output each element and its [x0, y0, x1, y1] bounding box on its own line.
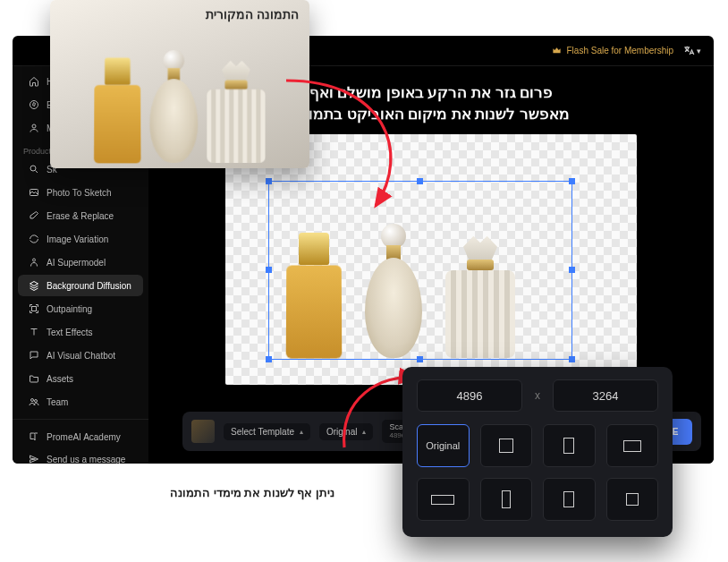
editor-heading: פרום גזר את הרקע באופן מושלם ואף מאפשר ל… [275, 66, 588, 134]
caret-up-icon: ▴ [300, 428, 303, 436]
sidebar-item-assets[interactable]: Assets [18, 368, 143, 389]
ratio-square[interactable] [480, 424, 533, 467]
svg-point-6 [31, 399, 34, 402]
wide-icon [431, 495, 454, 505]
heading-line: מאפשר לשנות את מיקום האוביקט בתמונה [292, 104, 570, 125]
heading-line: פרום גזר את הרקע באופן מושלם ואף [292, 82, 570, 104]
resize-handle[interactable] [417, 356, 423, 362]
square-icon [626, 493, 639, 506]
language-switch[interactable]: ▾ [682, 45, 701, 57]
eraser-icon [29, 210, 39, 221]
dropdown-label: Select Template [231, 427, 294, 437]
sidebar-item-label: AI Supermodel [47, 258, 106, 268]
svg-rect-5 [32, 307, 37, 311]
send-icon [29, 454, 39, 464]
resize-handle[interactable] [569, 178, 575, 184]
dimension-separator: x [535, 389, 540, 402]
text-icon [29, 327, 39, 337]
sidebar-item-label: Team [47, 397, 68, 407]
original-bottles [94, 50, 266, 163]
resize-handle[interactable] [569, 356, 575, 362]
photo-icon [29, 187, 39, 198]
template-thumbnail[interactable] [191, 420, 215, 443]
dropdown-label: Original [326, 427, 357, 437]
svg-point-0 [30, 101, 38, 109]
scale-popover: 4896 x 3264 Original [402, 367, 673, 537]
team-icon [29, 396, 39, 407]
chat-icon [29, 350, 39, 361]
sidebar-item-background-diffusion[interactable]: Background Diffusion [18, 275, 143, 296]
ratio-portrait[interactable] [543, 424, 596, 467]
svg-point-4 [33, 259, 36, 261]
resize-handle[interactable] [266, 356, 272, 362]
sidebar-item-label: Assets [47, 374, 73, 384]
tall-icon [502, 490, 511, 508]
search-icon [29, 164, 39, 175]
width-input[interactable]: 4896 [417, 379, 522, 412]
selection-box[interactable] [268, 181, 572, 360]
layers-icon [29, 280, 39, 291]
sidebar-item-label: Photo To Sketch [47, 188, 112, 198]
sidebar-item-label: AI Visual Chatbot [47, 351, 115, 361]
person-icon [29, 257, 39, 268]
sidebar-item-label: Image Variation [47, 234, 108, 244]
crown-icon [552, 46, 562, 55]
sidebar-item-text-effects[interactable]: Text Effects [18, 321, 143, 343]
portrait-icon [563, 491, 574, 507]
ratio-square-2[interactable] [606, 478, 659, 521]
landscape-icon [623, 440, 641, 452]
sidebar-item-image-variation[interactable]: Image Variation [18, 228, 143, 250]
aspect-ratio-grid: Original [417, 424, 658, 521]
refresh-icon [29, 234, 39, 244]
square-icon [499, 439, 513, 453]
svg-point-7 [35, 400, 38, 403]
resize-note: ניתן אף לשנות את מימדי התמונה [170, 486, 334, 499]
flash-sale-text: Flash Sale for Membership [567, 46, 674, 55]
folder-icon [29, 373, 39, 384]
ratio-wide[interactable] [417, 478, 470, 521]
resize-handle[interactable] [569, 267, 575, 273]
original-image-overlay: התמונה המקורית [50, 0, 309, 168]
sidebar-item-label: Erase & Replace [47, 211, 114, 221]
canvas[interactable] [225, 134, 637, 385]
language-icon [682, 45, 695, 57]
sidebar-item-ai-supermodel[interactable]: AI Supermodel [18, 251, 143, 273]
ratio-original[interactable]: Original [417, 424, 470, 467]
svg-point-1 [32, 124, 36, 128]
book-icon [29, 431, 39, 442]
sidebar-item-send-message[interactable]: Send us a message [18, 448, 143, 464]
flash-sale-link[interactable]: Flash Sale for Membership [552, 46, 674, 55]
sidebar-item-erase-replace[interactable]: Erase & Replace [18, 205, 143, 226]
resize-handle[interactable] [266, 267, 272, 273]
sidebar-item-team[interactable]: Team [18, 391, 143, 413]
ratio-tall[interactable] [480, 478, 533, 521]
select-template-dropdown[interactable]: Select Template ▴ [224, 423, 310, 440]
height-input[interactable]: 3264 [553, 379, 658, 412]
home-icon [29, 76, 39, 87]
portrait-icon [563, 438, 574, 454]
sidebar-item-label: Background Diffusion [47, 281, 131, 291]
compass-icon [29, 99, 39, 110]
sidebar-item-ai-visual-chatbot[interactable]: AI Visual Chatbot [18, 345, 143, 366]
expand-icon [29, 303, 39, 314]
sidebar-item-label: Outpainting [47, 304, 92, 314]
sidebar-item-outpainting[interactable]: Outpainting [18, 298, 143, 319]
svg-point-2 [30, 166, 36, 171]
ratio-portrait-2[interactable] [543, 478, 596, 521]
sidebar-item-photo-to-sketch[interactable]: Photo To Sketch [18, 182, 143, 203]
user-icon [29, 123, 39, 133]
ratio-landscape[interactable] [606, 424, 659, 467]
original-dropdown[interactable]: Original ▴ [319, 423, 373, 440]
sidebar-item-academy[interactable]: PromeAI Academy [18, 426, 143, 447]
resize-handle[interactable] [266, 178, 272, 184]
sidebar-item-label: PromeAI Academy [47, 432, 121, 442]
ratio-label: Original [426, 440, 460, 451]
original-caption: התמונה המקורית [206, 7, 299, 21]
resize-handle[interactable] [417, 178, 423, 184]
caret-up-icon: ▴ [362, 428, 366, 436]
sidebar-item-label: Send us a message [47, 455, 125, 464]
sidebar-item-label: Text Effects [47, 328, 93, 337]
